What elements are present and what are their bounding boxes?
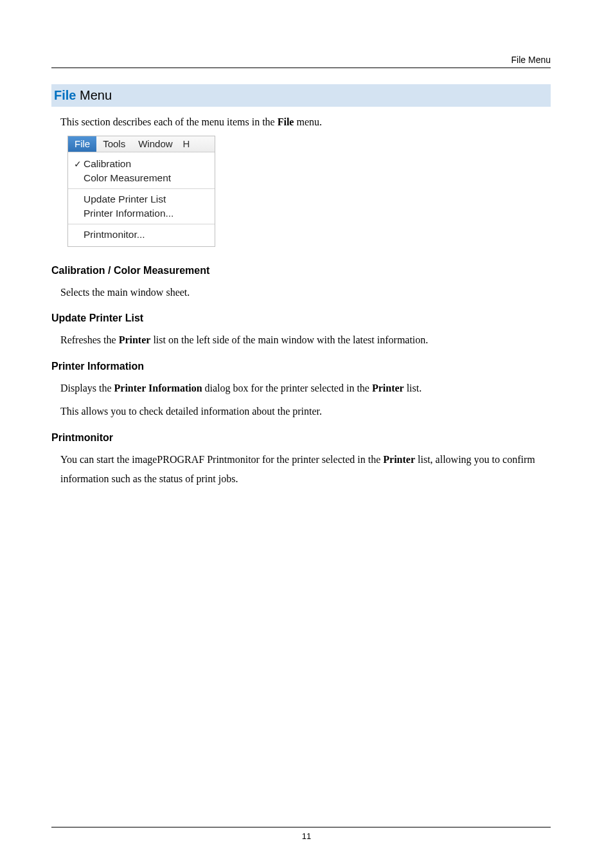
- menu-item-label: Printmonitor...: [84, 229, 145, 240]
- text: list on the left side of the main window…: [150, 334, 428, 345]
- menu-item-printmonitor: Printmonitor...: [68, 228, 215, 242]
- text-bold: Printer: [372, 383, 404, 393]
- heading-printer-information: Printer Information: [51, 361, 551, 372]
- menubar-file: File: [68, 136, 96, 152]
- text: Displays the: [60, 383, 114, 393]
- menu-group-1: ✓ Calibration Color Measurement: [68, 156, 215, 186]
- page-title-bar: File Menu: [51, 84, 551, 107]
- menu-item-calibration: ✓ Calibration: [68, 157, 215, 171]
- body-calibration: Selects the main window sheet.: [60, 283, 551, 302]
- menu-item-label: Update Printer List: [84, 194, 166, 205]
- text: list.: [404, 383, 422, 393]
- menu-item-update-printer-list: Update Printer List: [68, 192, 215, 206]
- text-bold: Printer: [119, 334, 151, 345]
- page-title: File Menu: [54, 88, 112, 102]
- menu-dropdown: ✓ Calibration Color Measurement Update P…: [68, 152, 215, 246]
- menubar-tools: Tools: [96, 136, 132, 152]
- title-file-word: File: [54, 88, 76, 102]
- menu-group-2: Update Printer List Printer Information.…: [68, 191, 215, 222]
- menu-item-printer-information: Printer Information...: [68, 206, 215, 221]
- menu-item-color-measurement: Color Measurement: [68, 171, 215, 185]
- menu-item-label: Color Measurement: [84, 172, 171, 184]
- body-printer-information-1: Displays the Printer Information dialog …: [60, 379, 551, 398]
- body-printer-information-2: This allows you to check detailed inform…: [60, 402, 551, 421]
- menubar-cut-letter: H: [179, 136, 193, 152]
- footer-separator: [51, 827, 551, 827]
- page-number: 11: [0, 831, 613, 841]
- heading-calibration: Calibration / Color Measurement: [51, 265, 551, 276]
- text: Refreshes the: [60, 334, 119, 345]
- heading-update-printer-list: Update Printer List: [51, 312, 551, 324]
- header-separator: [51, 68, 551, 68]
- file-menu-screenshot: File Tools Window H ✓ Calibration Color …: [67, 136, 215, 247]
- intro-post: menu.: [294, 116, 322, 127]
- menu-separator: [68, 224, 215, 224]
- menu-item-label: Calibration: [84, 158, 131, 170]
- text: dialog box for the printer selected in t…: [202, 383, 372, 393]
- body-printmonitor: You can start the imagePROGRAF Printmoni…: [60, 450, 551, 489]
- heading-printmonitor: Printmonitor: [51, 432, 551, 444]
- intro-pre: This section describes each of the menu …: [60, 116, 278, 127]
- intro-bold: File: [278, 116, 294, 127]
- menu-item-label: Printer Information...: [84, 208, 173, 219]
- check-icon: ✓: [72, 159, 84, 169]
- text-bold: Printer Information: [114, 383, 202, 393]
- title-menu-word: Menu: [76, 88, 112, 102]
- intro-paragraph: This section describes each of the menu …: [60, 116, 551, 128]
- running-header: File Menu: [511, 55, 551, 65]
- menu-group-3: Printmonitor...: [68, 226, 215, 243]
- text: You can start the imagePROGRAF Printmoni…: [60, 454, 383, 465]
- body-update-printer-list: Refreshes the Printer list on the left s…: [60, 330, 551, 350]
- text-bold: Printer: [383, 454, 415, 465]
- menubar-window: Window: [132, 136, 179, 152]
- menu-separator: [68, 188, 215, 189]
- page-content: File Menu This section describes each of…: [51, 84, 551, 489]
- menubar: File Tools Window H: [68, 136, 215, 152]
